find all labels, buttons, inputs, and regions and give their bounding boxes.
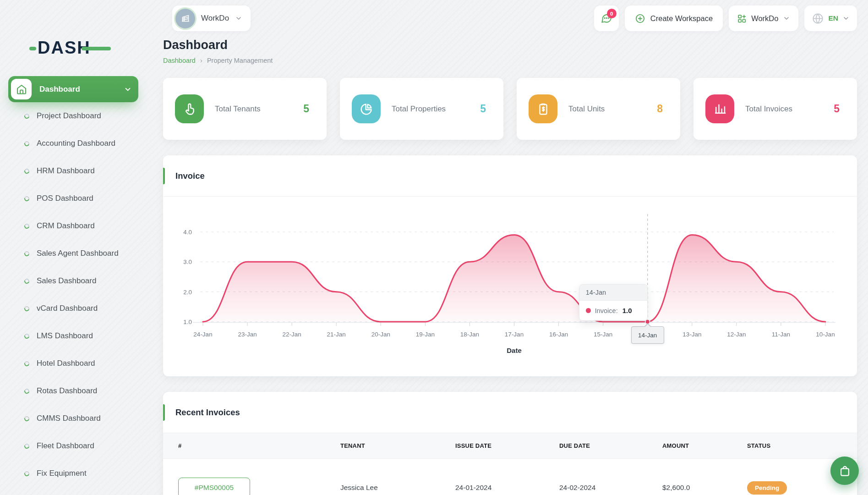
workspace-pill-label: WorkDo	[201, 14, 229, 23]
language-selector[interactable]: EN	[804, 6, 857, 31]
invoices-table-header: # TENANT ISSUE DATE DUE DATE AMOUNT STAT…	[163, 433, 857, 459]
due-date-cell: 24-02-2024	[559, 484, 662, 492]
home-icon	[11, 79, 32, 99]
svg-text:10-Jan: 10-Jan	[816, 331, 835, 338]
svg-text:11-Jan: 11-Jan	[772, 331, 790, 338]
ring-icon	[23, 277, 30, 284]
ring-icon	[23, 387, 30, 394]
sidebar-item-hotel-dashboard[interactable]: Hotel Dashboard	[0, 350, 147, 377]
breadcrumb: Dashboard › Property Management	[163, 56, 857, 64]
sidebar-item-vcard-dashboard[interactable]: vCard Dashboard	[0, 295, 147, 322]
sidebar-item-dashboard-active[interactable]: Dashboard	[8, 76, 138, 102]
sidebar-item-accounting-dashboard[interactable]: Accounting Dashboard	[0, 130, 147, 157]
messages-count-badge: 0	[607, 9, 617, 18]
chevron-down-icon	[783, 15, 790, 22]
plus-circle-icon	[635, 13, 645, 24]
breadcrumb-dashboard-link[interactable]: Dashboard	[163, 57, 196, 64]
breadcrumb-separator-icon: ›	[200, 56, 202, 64]
svg-text:2.0: 2.0	[183, 289, 192, 296]
sidebar-item-crm-dashboard[interactable]: CRM Dashboard	[0, 212, 147, 240]
svg-text:16-Jan: 16-Jan	[549, 331, 568, 338]
tooltip-series-label: Invoice:	[595, 307, 618, 314]
logo-bar-icon	[82, 47, 111, 50]
ring-icon	[23, 305, 30, 312]
page-title: Dashboard	[163, 38, 857, 52]
chevron-down-icon	[842, 15, 850, 22]
recent-invoices-title: Recent Invoices	[175, 407, 240, 418]
invoice-chart-panel: Invoice 1.02.03.04.024-Jan23-Jan22-Jan21…	[163, 155, 857, 376]
svg-text:15-Jan: 15-Jan	[594, 331, 612, 338]
sidebar-active-label: Dashboard	[39, 85, 80, 94]
sidebar-item-sales-agent-dashboard[interactable]: Sales Agent Dashboard	[0, 240, 147, 267]
invoice-chart[interactable]: 1.02.03.04.024-Jan23-Jan22-Jan21-Jan20-J…	[163, 197, 857, 376]
chevron-down-icon	[124, 85, 132, 94]
svg-text:20-Jan: 20-Jan	[371, 331, 390, 338]
sidebar-item-lms-dashboard[interactable]: LMS Dashboard	[0, 322, 147, 350]
ring-icon	[23, 195, 30, 202]
accent-bar	[163, 404, 165, 421]
ring-icon	[23, 222, 30, 229]
workspace-pill[interactable]: WorkDo	[172, 6, 251, 31]
sidebar-item-pos-dashboard[interactable]: POS Dashboard	[0, 185, 147, 212]
total-invoices-card: Total Invoices 5	[693, 78, 857, 140]
invoice-number-link[interactable]: #PMS00005	[178, 478, 250, 495]
total-units-card: Total Units 8	[517, 78, 680, 140]
svg-text:17-Jan: 17-Jan	[505, 331, 524, 338]
recent-invoices-panel: Recent Invoices # TENANT ISSUE DATE DUE …	[163, 392, 857, 495]
ring-icon	[23, 332, 30, 339]
sidebar-item-fleet-dashboard[interactable]: Fleet Dashboard	[0, 432, 147, 460]
sidebar: DASH Dashboard Project Dashboard Account…	[0, 0, 147, 495]
ring-icon	[23, 470, 30, 477]
chevron-down-icon	[235, 15, 242, 22]
breadcrumb-current: Property Management	[207, 57, 273, 64]
invoice-panel-header: Invoice	[163, 155, 857, 197]
sidebar-item-cmms-dashboard[interactable]: CMMS Dashboard	[0, 405, 147, 432]
shopping-bag-icon	[839, 465, 851, 477]
language-label: EN	[828, 14, 838, 22]
create-workspace-button[interactable]: Create Workspace	[625, 6, 723, 31]
ring-icon	[23, 360, 30, 367]
col-tenant: TENANT	[340, 442, 455, 449]
sidebar-item-hrm-dashboard[interactable]: HRM Dashboard	[0, 157, 147, 185]
stat-label: Total Properties	[392, 104, 446, 114]
amount-cell: $2,600.0	[662, 484, 747, 492]
svg-text:3.0: 3.0	[183, 258, 192, 265]
stat-value: 5	[303, 103, 315, 115]
stat-value: 5	[834, 103, 845, 115]
total-tenants-card: Total Tenants 5	[163, 78, 327, 140]
sidebar-item-project-dashboard[interactable]: Project Dashboard	[0, 102, 147, 130]
invoice-table-row: #PMS00005 Jessica Lee 24-01-2024 24-02-2…	[163, 459, 857, 495]
ring-icon	[23, 112, 30, 119]
cart-floating-button[interactable]	[830, 456, 859, 485]
logo-dash-icon	[29, 47, 36, 50]
topbar: WorkDo 0 Create Workspace WorkDo EN	[163, 6, 857, 31]
main-content: WorkDo 0 Create Workspace WorkDo EN	[147, 0, 868, 495]
svg-text:22-Jan: 22-Jan	[283, 331, 301, 338]
pointer-hand-icon	[175, 94, 204, 123]
create-workspace-label: Create Workspace	[650, 14, 713, 23]
svg-text:19-Jan: 19-Jan	[416, 331, 435, 338]
axis-pointer-label: 14-Jan	[631, 326, 664, 344]
sidebar-item-sales-dashboard[interactable]: Sales Dashboard	[0, 267, 147, 295]
col-number: #	[178, 442, 340, 449]
tooltip-body: Invoice: 1.0	[579, 301, 647, 320]
status-badge: Pending	[747, 481, 787, 495]
col-issue-date: ISSUE DATE	[455, 442, 559, 449]
stat-label: Total Invoices	[745, 104, 792, 114]
topbar-actions: 0 Create Workspace WorkDo EN	[594, 6, 857, 31]
stat-value: 5	[480, 103, 491, 115]
sidebar-item-rotas-dashboard[interactable]: Rotas Dashboard	[0, 377, 147, 405]
accent-bar	[163, 168, 165, 184]
ring-icon	[23, 167, 30, 174]
workspace-menu-label: WorkDo	[751, 14, 778, 23]
tenant-cell: Jessica Lee	[340, 484, 455, 492]
workspace-switcher-button[interactable]: WorkDo	[729, 6, 798, 31]
messages-button[interactable]: 0	[594, 6, 619, 31]
svg-text:4.0: 4.0	[183, 229, 192, 236]
app-logo[interactable]: DASH	[38, 36, 111, 60]
grid-plus-icon	[737, 14, 747, 23]
total-properties-card: Total Properties 5	[340, 78, 503, 140]
x-axis-title: Date	[487, 346, 542, 354]
ring-icon	[23, 442, 30, 449]
sidebar-item-fix-equipment[interactable]: Fix Equipment	[0, 460, 147, 487]
